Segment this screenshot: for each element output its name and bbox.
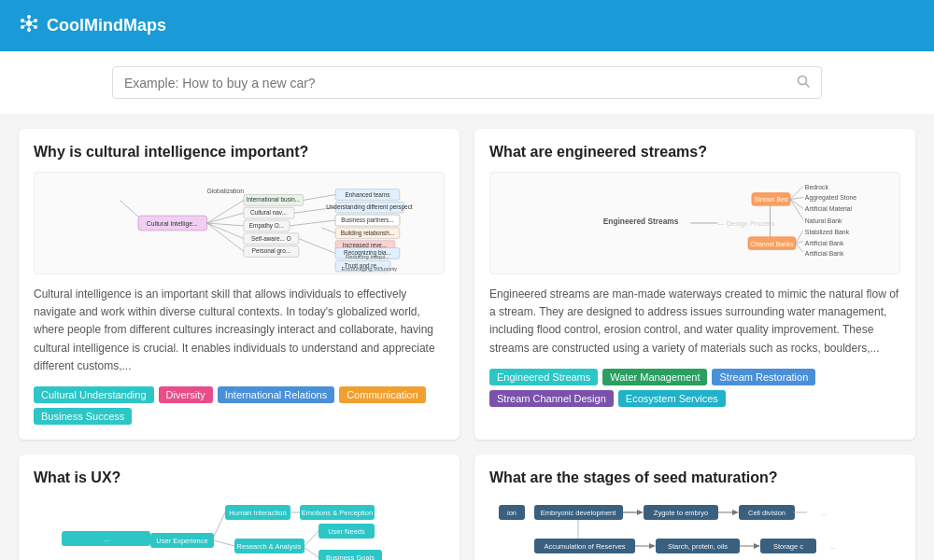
card-title-cultural: Why is cultural intelligence important? [34, 144, 445, 161]
card-desc-streams: Engineered streams are man-made waterway… [489, 286, 900, 357]
tag-cultural-understanding[interactable]: Cultural Understanding [34, 386, 154, 403]
svg-text:Enhanced teams: Enhanced teams [346, 191, 390, 198]
card-tags-streams: Engineered Streams Water Management Stre… [489, 369, 900, 407]
search-input[interactable] [124, 76, 797, 91]
search-icon [797, 75, 810, 91]
card-title-ux: What is UX? [34, 469, 445, 486]
tag-communication[interactable]: Communication [339, 386, 425, 403]
svg-line-92 [304, 531, 318, 546]
svg-text:Stabilized Bank: Stabilized Bank [805, 229, 850, 235]
svg-text:Business partners...: Business partners... [341, 217, 394, 224]
svg-marker-120 [754, 543, 760, 549]
tag-ecosystem-services[interactable]: Ecosystem Services [618, 390, 726, 407]
svg-marker-116 [649, 543, 656, 549]
svg-text:International busin...: International busin... [247, 196, 301, 203]
svg-text:Empathy O...: Empathy O... [249, 222, 284, 230]
svg-text:Channel Banks: Channel Banks [750, 241, 794, 247]
svg-text:Cell division: Cell division [748, 509, 785, 517]
card-diagram-streams: Engineered Streams — Design Process Stre… [489, 172, 900, 274]
app-header: CoolMindMaps [0, 0, 934, 51]
svg-text:Artificial Bank: Artificial Bank [805, 250, 844, 257]
svg-text:Emotions & Perception: Emotions & Perception [302, 509, 373, 517]
svg-text:Artificial Material: Artificial Material [805, 205, 853, 212]
svg-line-41 [321, 228, 335, 233]
card-seed-maturation[interactable]: What are the stages of seed maturation? … [474, 455, 915, 560]
logo[interactable]: CoolMindMaps [19, 13, 166, 38]
svg-point-2 [34, 19, 37, 22]
card-tags-cultural: Cultural Understanding Diversity Interna… [34, 386, 445, 425]
svg-text:Zygote to embryo: Zygote to embryo [654, 509, 708, 517]
card-diagram-ux: User Experience Human Interaction Emotio… [34, 497, 445, 560]
svg-text:Cultural Intellige...: Cultural Intellige... [147, 220, 198, 228]
search-section [0, 51, 934, 114]
svg-line-95 [304, 548, 318, 557]
svg-text:Reducing inequi...: Reducing inequi... [346, 254, 389, 259]
svg-text:Accumulation of Reserves: Accumulation of Reserves [544, 542, 625, 551]
svg-text:Engineered Streams: Engineered Streams [603, 217, 679, 226]
tag-diversity[interactable]: Diversity [159, 386, 213, 403]
card-ux[interactable]: What is UX? User Experience Human Intera… [19, 455, 460, 560]
svg-text:Self-aware... O: Self-aware... O [251, 235, 291, 242]
card-engineered-streams[interactable]: What are engineered streams? Engineered … [474, 129, 915, 440]
card-diagram-cultural: Cultural Intellige... Globalization Inte… [34, 172, 445, 274]
svg-text:User Experience: User Experience [156, 537, 207, 545]
svg-marker-108 [732, 510, 739, 515]
svg-text:User Needs: User Needs [328, 527, 365, 536]
tag-stream-channel-design[interactable]: Stream Channel Design [489, 390, 614, 407]
svg-line-46 [299, 239, 335, 254]
svg-text:Building relationsh...: Building relationsh... [341, 230, 395, 237]
svg-line-74 [796, 244, 803, 253]
svg-text:Embryonic development: Embryonic development [541, 509, 616, 517]
svg-line-14 [806, 84, 810, 88]
svg-text:ion: ion [507, 509, 517, 517]
tag-stream-restoration[interactable]: Stream Restoration [712, 369, 815, 385]
svg-line-89 [214, 540, 234, 546]
svg-line-23 [120, 200, 138, 217]
svg-line-68 [790, 199, 803, 219]
svg-marker-104 [637, 510, 644, 515]
svg-text:— Design Process: — Design Process [718, 219, 775, 228]
logo-icon [19, 13, 39, 38]
svg-text:Artificial Bank: Artificial Bank [805, 240, 844, 246]
card-desc-cultural: Cultural intelligence is an important sk… [34, 286, 445, 375]
svg-text:Research & Analysis: Research & Analysis [237, 542, 302, 551]
svg-text:Human Interaction: Human Interaction [229, 509, 286, 517]
svg-text:Globalization: Globalization [206, 188, 244, 194]
svg-line-18 [207, 213, 244, 223]
svg-text:Business Goals: Business Goals [326, 553, 375, 560]
svg-line-36 [290, 220, 335, 226]
tag-engineered-streams[interactable]: Engineered Streams [489, 369, 598, 385]
search-bar[interactable] [112, 66, 822, 99]
svg-line-26 [304, 195, 335, 201]
svg-text:...: ... [830, 543, 836, 550]
svg-text:Understanding different perspe: Understanding different perspect [326, 203, 413, 211]
svg-text:...: ... [821, 510, 827, 516]
svg-line-83 [214, 512, 225, 537]
svg-text:Personal gro...: Personal gro... [252, 247, 291, 255]
svg-line-21 [207, 223, 244, 251]
svg-text:Storage c: Storage c [773, 542, 803, 551]
tag-business-success[interactable]: Business Success [34, 408, 132, 425]
tag-water-management[interactable]: Water Management [602, 369, 707, 385]
app-title: CoolMindMaps [47, 16, 166, 35]
svg-line-17 [207, 200, 244, 223]
svg-text:...: ... [104, 535, 109, 543]
svg-text:Bedrock: Bedrock [805, 184, 829, 190]
card-cultural-intelligence[interactable]: Why is cultural intelligence important? … [19, 129, 460, 440]
cards-grid: Why is cultural intelligence important? … [0, 114, 934, 560]
svg-text:Natural Bank: Natural Bank [805, 217, 842, 224]
svg-text:Starch, protein, oils: Starch, protein, oils [668, 542, 728, 551]
svg-text:Aggregated Stone: Aggregated Stone [805, 194, 856, 202]
svg-text:Cultural nav...: Cultural nav... [250, 209, 287, 216]
card-title-streams: What are engineered streams? [489, 144, 900, 161]
card-title-seed: What are the stages of seed maturation? [489, 469, 900, 486]
svg-line-67 [790, 199, 803, 208]
tag-international-relations[interactable]: International Relations [218, 386, 334, 403]
svg-text:Stream Bed: Stream Bed [754, 196, 787, 203]
svg-text:Encouraging inclusivity: Encouraging inclusivity [342, 266, 398, 272]
card-diagram-seed: ion Embryonic development Zygote to embr… [489, 497, 900, 560]
